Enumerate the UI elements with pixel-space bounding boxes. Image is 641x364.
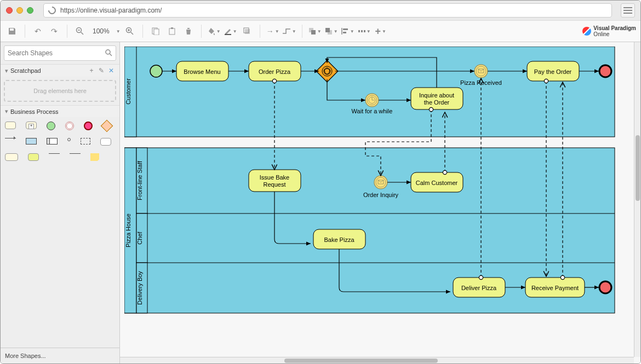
scratchpad-header[interactable]: ▾ Scratchpad + ✎ ✕ xyxy=(1,64,119,77)
palette-subprocess-icon[interactable] xyxy=(26,122,37,129)
delete-icon[interactable] xyxy=(181,24,196,38)
add-icon[interactable]: +▼ xyxy=(374,24,388,38)
pool-customer[interactable] xyxy=(124,47,615,137)
svg-text:Calm Customer: Calm Customer xyxy=(416,180,458,186)
undo-icon[interactable]: ↶ xyxy=(31,24,45,38)
palette-end-event-icon[interactable] xyxy=(84,122,93,130)
zoom-controls: 100%▼ xyxy=(73,24,137,38)
distribute-icon[interactable]: ▼ xyxy=(357,24,371,38)
palette-task-icon[interactable] xyxy=(5,122,16,129)
svg-line-4 xyxy=(131,32,133,34)
horizontal-scrollbar[interactable] xyxy=(120,357,634,363)
palette-pool-icon[interactable] xyxy=(26,138,37,145)
start-event-customer[interactable] xyxy=(150,65,162,77)
palette-header[interactable]: ▾ Business Process xyxy=(1,105,119,117)
svg-point-24 xyxy=(106,50,110,54)
svg-rect-12 xyxy=(245,29,250,34)
more-shapes-label: More Shapes... xyxy=(5,353,46,359)
app-root: ↶ ↷ 100%▼ ▼ ▼ →▼ ▼ ▼ xyxy=(1,20,640,363)
svg-text:Receive Payment: Receive Payment xyxy=(531,285,579,291)
bpmn-diagram[interactable]: Customer Pizza House Front-line Staff Ch… xyxy=(124,47,624,353)
scratchpad-hint: Drag elements here xyxy=(33,88,87,94)
close-window-icon[interactable] xyxy=(6,7,13,14)
browser-titlebar: https://online.visual-paradigm.com/ xyxy=(1,1,640,20)
paste-icon[interactable] xyxy=(165,24,179,38)
zoom-dropdown-icon[interactable]: ▼ xyxy=(116,29,121,34)
svg-rect-15 xyxy=(311,30,316,34)
pool-pizzahouse-label: Pizza House xyxy=(125,213,131,247)
browser-menu-icon[interactable] xyxy=(621,3,635,18)
end-event-delivery[interactable] xyxy=(599,281,611,293)
palette-task-alt-icon[interactable] xyxy=(28,153,39,161)
scratchpad-edit-icon[interactable]: ✎ xyxy=(98,67,105,74)
palette-group-icon[interactable] xyxy=(81,138,90,145)
vertical-scrollbar[interactable] xyxy=(634,42,640,357)
shadow-icon[interactable] xyxy=(240,24,254,38)
maximize-window-icon[interactable] xyxy=(27,7,33,14)
line-color-icon[interactable]: ▼ xyxy=(224,24,238,38)
lane-delivery-label: Delivery Boy xyxy=(136,271,143,305)
vp-logo-icon xyxy=(582,27,591,36)
end-event-customer[interactable] xyxy=(599,65,611,77)
save-icon[interactable] xyxy=(5,24,19,38)
minimize-window-icon[interactable] xyxy=(16,7,23,14)
redo-icon[interactable]: ↷ xyxy=(47,24,61,38)
svg-text:Deliver Pizza: Deliver Pizza xyxy=(461,285,497,291)
zoom-out-icon[interactable] xyxy=(73,24,87,38)
svg-line-25 xyxy=(110,54,112,56)
palette-sequence-flow-icon[interactable] xyxy=(5,138,16,138)
search-input[interactable] xyxy=(8,49,105,57)
svg-rect-9 xyxy=(169,28,175,34)
palette-title: Business Process xyxy=(10,108,58,115)
scratchpad-title: Scratchpad xyxy=(10,67,41,74)
palette-gateway-icon[interactable] xyxy=(101,120,113,132)
vp-sub: Online xyxy=(593,31,609,37)
palette-intermediate-event-icon[interactable] xyxy=(65,122,74,130)
palette-message-flow-icon[interactable] xyxy=(70,153,81,154)
order-inquiry-label: Order Inquiry xyxy=(363,192,399,198)
zoom-in-icon[interactable] xyxy=(123,24,137,38)
palette-start-event-icon[interactable] xyxy=(47,122,55,130)
fill-color-icon[interactable]: ▼ xyxy=(207,24,221,38)
lane-front-label: Front-line Staff xyxy=(136,160,143,200)
workspace: ▾ Scratchpad + ✎ ✕ Drag elements here ▾ … xyxy=(1,42,640,363)
chevron-down-icon: ▾ xyxy=(5,108,8,115)
vp-brand: Visual Paradigm xyxy=(593,25,636,31)
palette-note-icon[interactable] xyxy=(90,153,99,161)
svg-rect-17 xyxy=(325,28,330,32)
palette-call-activity-icon[interactable] xyxy=(5,153,18,161)
more-shapes-button[interactable]: More Shapes... xyxy=(1,348,119,363)
palette-lane-icon[interactable] xyxy=(47,138,58,145)
sidebar: ▾ Scratchpad + ✎ ✕ Drag elements here ▾ … xyxy=(1,42,120,363)
palette-association-icon[interactable] xyxy=(49,153,60,154)
shape-palette xyxy=(1,117,119,165)
svg-text:Bake Pizza: Bake Pizza xyxy=(324,236,354,243)
reload-icon[interactable] xyxy=(47,5,58,16)
svg-rect-19 xyxy=(343,28,348,30)
copy-icon[interactable] xyxy=(148,24,163,38)
url-bar[interactable]: https://online.visual-paradigm.com/ xyxy=(43,3,612,18)
shape-search[interactable] xyxy=(4,45,116,61)
scratchpad-dropzone[interactable]: Drag elements here xyxy=(4,80,116,102)
zoom-level[interactable]: 100% xyxy=(89,27,113,35)
app-toolbar: ↶ ↷ 100%▼ ▼ ▼ →▼ ▼ ▼ xyxy=(1,20,640,42)
search-icon[interactable] xyxy=(105,49,112,58)
svg-rect-8 xyxy=(154,29,159,35)
canvas[interactable]: Customer Pizza House Front-line Staff Ch… xyxy=(120,42,640,363)
align-icon[interactable]: ▼ xyxy=(341,24,355,38)
to-back-icon[interactable]: ▼ xyxy=(324,24,339,38)
connector-style-icon[interactable]: →▼ xyxy=(266,24,280,38)
lane-chef-label: Chef xyxy=(136,231,143,244)
wait-label: Wait for a while xyxy=(352,108,393,114)
scratchpad-close-icon[interactable]: ✕ xyxy=(107,67,115,74)
browser-window: https://online.visual-paradigm.com/ ↶ ↷ … xyxy=(0,0,641,364)
svg-rect-20 xyxy=(343,32,346,33)
pool-customer-label: Customer xyxy=(125,78,131,105)
to-front-icon[interactable]: ▼ xyxy=(308,24,322,38)
palette-data-object-icon[interactable] xyxy=(67,138,71,141)
svg-rect-10 xyxy=(171,27,173,29)
palette-annotation-icon[interactable] xyxy=(100,138,111,146)
waypoint-style-icon[interactable]: ▼ xyxy=(282,24,296,38)
scratchpad-add-icon[interactable]: + xyxy=(88,67,95,74)
svg-rect-21 xyxy=(358,30,360,32)
